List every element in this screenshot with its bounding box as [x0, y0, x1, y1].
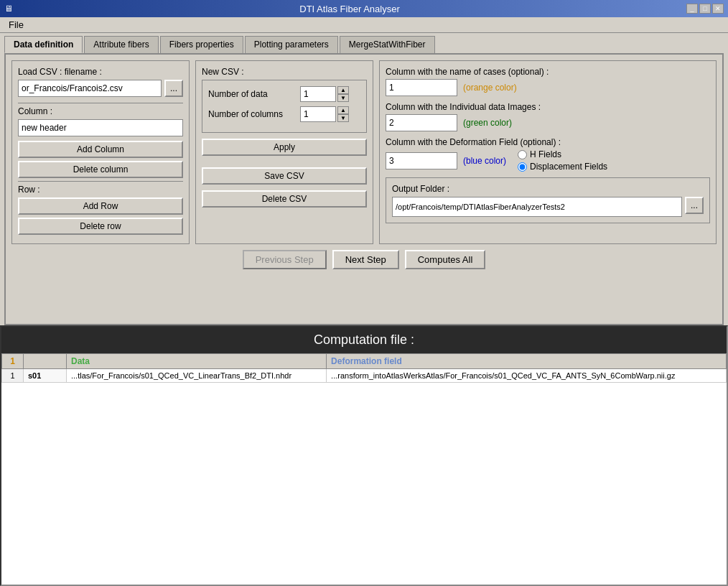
- restore-button[interactable]: □: [699, 4, 711, 14]
- tab-fibers-properties[interactable]: Fibers properties: [160, 36, 243, 53]
- table-row: 1 s01 ...tlas/For_Francois/s01_QCed_VC_L…: [2, 369, 727, 383]
- col-images-input[interactable]: [386, 114, 457, 131]
- new-csv-label: New CSV :: [202, 67, 367, 77]
- output-folder-browse-button[interactable]: ...: [685, 197, 704, 214]
- table-header-row: 1 Data Deformation field: [2, 354, 727, 369]
- col-deform-header: Deformation field: [327, 354, 727, 369]
- computation-table: 1 Data Deformation field 1 s01 ...tlas/F…: [1, 353, 727, 383]
- radio-h-fields-text: H Fields: [530, 149, 561, 159]
- step-bar: Previous Step Next Step Computes All: [11, 244, 717, 275]
- middle-panel: New CSV : Number of data ▲ ▼: [195, 60, 373, 244]
- content-area: Load CSV : filename : ... Column : Add C…: [4, 53, 724, 325]
- col-cases-input[interactable]: [386, 79, 457, 96]
- tab-plotting-parameters[interactable]: Plotting parameters: [245, 36, 338, 53]
- browse-button[interactable]: ...: [164, 80, 183, 97]
- col-cases-label: Column with the name of cases (optional)…: [386, 67, 710, 77]
- row-deformation: ...ransform_intoAtlasWerksAtlas/For_Fran…: [327, 369, 727, 383]
- col-deform-input[interactable]: [386, 152, 457, 169]
- app-icon: 🖥: [4, 4, 13, 14]
- left-panel: Load CSV : filename : ... Column : Add C…: [11, 60, 190, 244]
- cases-color-label: (orange color): [463, 83, 517, 93]
- tab-merge-stat[interactable]: MergeStatWithFiber: [340, 36, 435, 53]
- bottom-area: Computation file : 1 Data Deformation fi…: [0, 325, 728, 586]
- column-input[interactable]: [18, 119, 183, 136]
- num-data-row: Number of data ▲ ▼: [208, 86, 360, 102]
- num-columns-spinner: ▲ ▼: [300, 106, 349, 122]
- row-name: s01: [24, 369, 67, 383]
- top-panels: Load CSV : filename : ... Column : Add C…: [11, 60, 717, 244]
- radio-h-fields-label[interactable]: H Fields: [518, 149, 607, 159]
- divider-2: [18, 181, 183, 182]
- next-step-button[interactable]: Next Step: [332, 250, 399, 269]
- delete-column-button[interactable]: Delete column: [18, 161, 183, 178]
- tab-attribute-fibers[interactable]: Attribute fibers: [84, 36, 158, 53]
- minimize-button[interactable]: _: [686, 4, 698, 14]
- deform-field-row: Column with the Deformation Field (optio…: [386, 137, 710, 172]
- menu-bar: File: [0, 17, 728, 33]
- num-columns-down[interactable]: ▼: [337, 114, 349, 122]
- num-data-spinner-btns: ▲ ▼: [337, 86, 349, 102]
- radio-displacement[interactable]: [518, 162, 527, 172]
- num-data-spinner: ▲ ▼: [300, 86, 349, 102]
- radio-displacement-label[interactable]: Displacement Fields: [518, 162, 607, 172]
- load-csv-label: Load CSV : filename :: [18, 67, 183, 77]
- deform-input-row: (blue color) H Fields Displacement Field…: [386, 149, 710, 172]
- images-field-row: Column with the Individual data Images :…: [386, 102, 710, 131]
- num-columns-row: Number of columns ▲ ▼: [208, 106, 360, 122]
- table-area: 1 Data Deformation field 1 s01 ...tlas/F…: [1, 353, 727, 585]
- radio-displacement-text: Displacement Fields: [530, 162, 607, 172]
- num-columns-up[interactable]: ▲: [337, 106, 349, 114]
- col-index-header: 1: [2, 354, 24, 369]
- window-controls: _ □ ✕: [686, 4, 724, 14]
- computation-title: Computation file :: [1, 327, 727, 353]
- row-data: ...tlas/For_Francois/s01_QCed_VC_LinearT…: [67, 369, 327, 383]
- output-folder-section: Output Folder : ...: [386, 177, 710, 223]
- num-columns-spinner-btns: ▲ ▼: [337, 106, 349, 122]
- delete-row-button[interactable]: Delete row: [18, 218, 183, 235]
- divider-1: [18, 103, 183, 103]
- tab-data-definition[interactable]: Data definition: [4, 36, 83, 53]
- main-window: Data definition Attribute fibers Fibers …: [0, 33, 728, 586]
- right-panel: Column with the name of cases (optional)…: [379, 60, 717, 244]
- col-deform-label: Column with the Deformation Field (optio…: [386, 137, 710, 147]
- col-name-header: [24, 354, 67, 369]
- row-index: 1: [2, 369, 24, 383]
- cases-field-row: Column with the name of cases (optional)…: [386, 67, 710, 96]
- col-data-header: Data: [67, 354, 327, 369]
- delete-csv-button[interactable]: Delete CSV: [202, 190, 367, 208]
- num-columns-label: Number of columns: [208, 109, 294, 119]
- images-color-label: (green color): [463, 118, 512, 128]
- num-columns-input[interactable]: [300, 106, 336, 122]
- save-csv-button[interactable]: Save CSV: [202, 167, 367, 185]
- output-folder-label: Output Folder :: [392, 184, 704, 194]
- filename-input[interactable]: [18, 80, 162, 97]
- previous-step-button[interactable]: Previous Step: [243, 250, 327, 269]
- window-title: DTI Atlas Fiber Analyser: [13, 4, 686, 14]
- title-bar: 🖥 DTI Atlas Fiber Analyser _ □ ✕: [0, 0, 728, 17]
- csv-form: Number of data ▲ ▼ Number of columns: [202, 80, 367, 156]
- output-folder-row: ...: [392, 197, 704, 217]
- col-images-label: Column with the Individual data Images :: [386, 102, 710, 112]
- add-column-button[interactable]: Add Column: [18, 141, 183, 158]
- output-folder-input[interactable]: [392, 197, 682, 217]
- row-label: Row :: [18, 185, 183, 195]
- images-input-row: (green color): [386, 114, 710, 131]
- close-button[interactable]: ✕: [712, 4, 724, 14]
- num-data-label: Number of data: [208, 89, 294, 99]
- num-data-down[interactable]: ▼: [337, 94, 349, 102]
- load-csv-row: ...: [18, 80, 183, 97]
- menu-file[interactable]: File: [3, 18, 29, 32]
- num-data-input[interactable]: [300, 86, 336, 102]
- cases-input-row: (orange color): [386, 79, 710, 96]
- apply-button[interactable]: Apply: [202, 139, 367, 156]
- radio-h-fields[interactable]: [518, 150, 527, 159]
- column-label: Column :: [18, 106, 183, 116]
- add-row-button[interactable]: Add Row: [18, 197, 183, 215]
- radio-group: H Fields Displacement Fields: [518, 149, 607, 172]
- deform-color-label: (blue color): [463, 156, 506, 166]
- tab-bar: Data definition Attribute fibers Fibers …: [0, 33, 728, 53]
- computes-all-button[interactable]: Computes All: [405, 250, 486, 269]
- num-data-up[interactable]: ▲: [337, 86, 349, 94]
